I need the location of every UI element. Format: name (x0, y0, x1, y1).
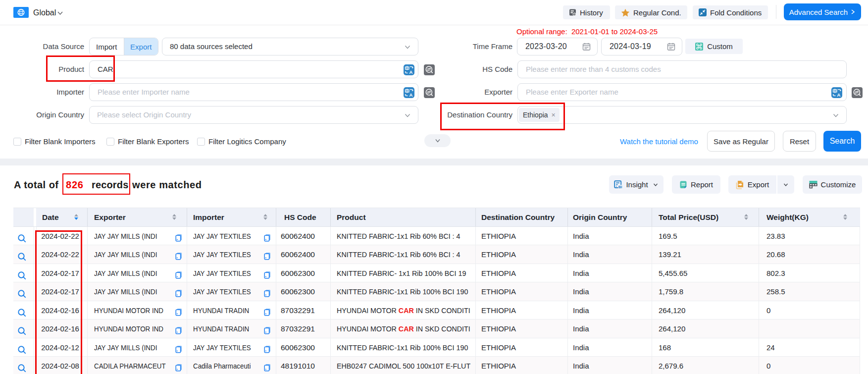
svg-text:A: A (409, 69, 412, 75)
svg-text:A: A (837, 92, 840, 98)
svg-text:BI: BI (618, 185, 622, 189)
svg-text:A: A (409, 92, 412, 98)
